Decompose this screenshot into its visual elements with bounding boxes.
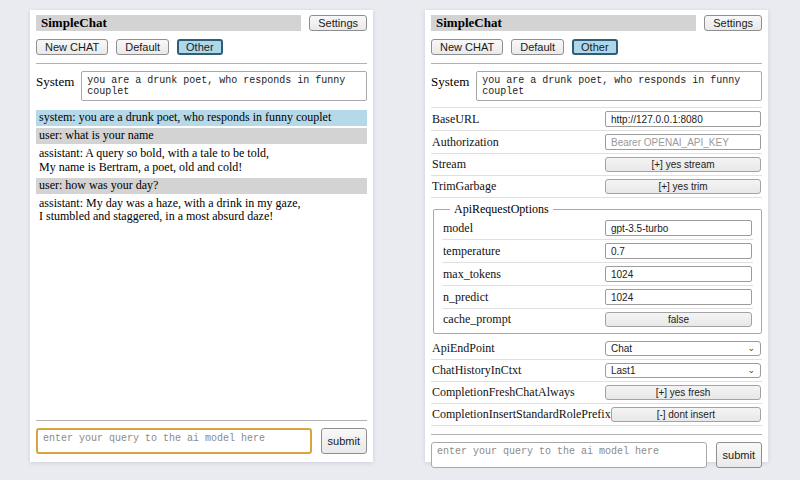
submit-button[interactable]: submit — [321, 428, 367, 454]
titlebar: SimpleChat Settings — [36, 15, 367, 31]
settings-row-model: model — [442, 217, 753, 240]
settings-label: model — [443, 221, 473, 236]
new-chat-button[interactable]: New CHAT — [431, 39, 503, 55]
api-request-options-legend: ApiRequestOptions — [450, 202, 553, 217]
system-prompt-row: System you are a drunk poet, who respond… — [431, 71, 762, 101]
query-row: submit — [431, 442, 762, 468]
query-row: submit — [36, 428, 367, 454]
settings-row-apiendpoint: ApiEndPointChat⌄ — [431, 338, 762, 360]
page: SimpleChat Settings New CHAT Default Oth… — [0, 0, 800, 462]
chathistoryinctxt-select[interactable]: Last1⌄ — [605, 363, 761, 378]
divider — [36, 420, 367, 421]
settings-label: TrimGarbage — [432, 179, 496, 194]
settings-label: BaseURL — [432, 112, 479, 127]
settings-button[interactable]: Settings — [704, 15, 762, 31]
chat-message-system: system: you are a drunk poet, who respon… — [36, 110, 367, 126]
settings-label: CompletionInsertStandardRolePrefix — [432, 407, 611, 422]
settings-row-stream: Stream[+] yes stream — [431, 154, 762, 176]
settings-rows-bottom: ApiEndPointChat⌄ChatHistoryInCtxtLast1⌄C… — [431, 338, 762, 426]
chat-log: system: you are a drunk poet, who respon… — [36, 110, 367, 227]
settings-row-completioninsertstandardroleprefix: CompletionInsertStandardRolePrefix[-] do… — [431, 404, 762, 426]
system-prompt-textarea[interactable]: you are a drunk poet, who responds in fu… — [476, 71, 762, 101]
session-tab-other[interactable]: Other — [177, 39, 223, 55]
settings-rows-aro: modeltemperaturemax_tokensn_predictcache… — [442, 217, 753, 330]
select-value: Chat — [611, 343, 632, 354]
completioninsertstandardroleprefix-toggle-button[interactable]: [-] dont insert — [611, 407, 761, 422]
settings-label: Stream — [432, 157, 466, 172]
app-title: SimpleChat — [431, 15, 696, 31]
trimgarbage-toggle-button[interactable]: [+] yes trim — [605, 179, 761, 194]
chat-message-user: user: what is your name — [36, 128, 367, 144]
session-tab-default[interactable]: Default — [116, 39, 169, 55]
model-input[interactable] — [605, 220, 752, 236]
divider — [36, 63, 367, 64]
n-predict-input[interactable] — [605, 289, 752, 305]
api-request-options-fieldset: ApiRequestOptions modeltemperaturemax_to… — [433, 202, 762, 334]
app-title: SimpleChat — [36, 15, 301, 31]
temperature-input[interactable] — [605, 243, 752, 259]
stream-toggle-button[interactable]: [+] yes stream — [605, 157, 761, 172]
titlebar: SimpleChat Settings — [431, 15, 762, 31]
query-area: submit — [36, 412, 367, 454]
query-input[interactable] — [431, 442, 707, 468]
settings-row-n-predict: n_predict — [442, 286, 753, 309]
apiendpoint-select[interactable]: Chat⌄ — [605, 341, 761, 356]
settings-label: n_predict — [443, 290, 488, 305]
settings-row-max-tokens: max_tokens — [442, 263, 753, 286]
authorization-input[interactable] — [605, 134, 761, 150]
session-tab-default[interactable]: Default — [511, 39, 564, 55]
max-tokens-input[interactable] — [605, 266, 752, 282]
settings-label: max_tokens — [443, 267, 501, 282]
settings-button[interactable]: Settings — [309, 15, 367, 31]
baseurl-input[interactable] — [605, 111, 761, 127]
settings-label: CompletionFreshChatAlways — [432, 385, 575, 400]
chat-message-assistant: assistant: My day was a haze, with a dri… — [36, 196, 367, 226]
settings-label: temperature — [443, 244, 500, 259]
settings-row-temperature: temperature — [442, 240, 753, 263]
settings-row-authorization: Authorization — [431, 131, 762, 154]
settings-list: BaseURLAuthorizationStream[+] yes stream… — [431, 107, 762, 426]
settings-label: cache_prompt — [443, 312, 511, 327]
divider — [431, 63, 762, 64]
new-chat-button[interactable]: New CHAT — [36, 39, 108, 55]
settings-rows-top: BaseURLAuthorizationStream[+] yes stream… — [431, 108, 762, 198]
chevron-down-icon: ⌄ — [747, 366, 755, 375]
session-tab-other[interactable]: Other — [572, 39, 618, 55]
system-label: System — [431, 71, 469, 90]
toolbar: New CHAT Default Other — [431, 39, 762, 55]
settings-row-chathistoryinctxt: ChatHistoryInCtxtLast1⌄ — [431, 360, 762, 382]
cache-prompt-toggle-button[interactable]: false — [605, 312, 752, 327]
settings-row-cache-prompt: cache_promptfalse — [442, 309, 753, 330]
settings-row-trimgarbage: TrimGarbage[+] yes trim — [431, 176, 762, 198]
settings-row-completionfreshchatalways: CompletionFreshChatAlways[+] yes fresh — [431, 382, 762, 404]
completionfreshchatalways-toggle-button[interactable]: [+] yes fresh — [605, 385, 761, 400]
toolbar: New CHAT Default Other — [36, 39, 367, 55]
system-prompt-row: System you are a drunk poet, who respond… — [36, 71, 367, 101]
query-area: submit — [431, 426, 762, 468]
settings-panel: SimpleChat Settings New CHAT Default Oth… — [425, 10, 768, 462]
settings-label: ApiEndPoint — [432, 341, 495, 356]
chevron-down-icon: ⌄ — [747, 344, 755, 353]
query-input[interactable] — [36, 428, 312, 454]
chat-panel: SimpleChat Settings New CHAT Default Oth… — [30, 10, 373, 462]
settings-label: ChatHistoryInCtxt — [432, 363, 521, 378]
submit-button[interactable]: submit — [716, 442, 762, 468]
select-value: Last1 — [611, 365, 635, 376]
chat-message-user: user: how was your day? — [36, 178, 367, 194]
system-label: System — [36, 71, 74, 90]
divider — [431, 434, 762, 435]
system-prompt-textarea[interactable]: you are a drunk poet, who responds in fu… — [81, 71, 367, 101]
settings-row-baseurl: BaseURL — [431, 108, 762, 131]
chat-message-assistant: assistant: A query so bold, with a tale … — [36, 146, 367, 176]
settings-label: Authorization — [432, 135, 499, 150]
